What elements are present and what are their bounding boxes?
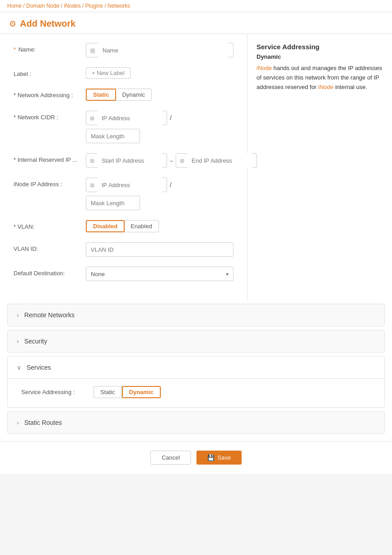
- page-header: ⚙ Add Network: [0, 12, 392, 34]
- service-addressing-row: Service Addressing : Static Dynamic: [21, 386, 371, 398]
- start-ip-icon: ▦: [90, 158, 94, 164]
- services-title: Services: [27, 364, 51, 371]
- accordion-remote-networks: › Remote Networks: [7, 304, 385, 326]
- remote-networks-chevron-icon: ›: [17, 311, 19, 319]
- accordion-services: ∨ Services Service Addressing : Static D…: [7, 356, 385, 408]
- vlan-toggle-group: Disabled Enabled: [86, 220, 233, 232]
- accordion-remote-networks-header[interactable]: › Remote Networks: [8, 304, 384, 326]
- network-addressing-row: * Network Addressing : Static Dynamic: [14, 89, 233, 101]
- inode-cidr-row: ▦ /: [86, 178, 233, 192]
- end-ip-wrap: ▦: [176, 153, 257, 168]
- inode-mask-input[interactable]: [86, 196, 140, 210]
- internal-reserved-control: ▦ – ▦: [86, 153, 257, 168]
- info-description: iNode hands out and manages the IP addre…: [257, 64, 383, 92]
- internal-reserved-label: * Internal Reserved IP ...: [14, 153, 86, 163]
- info-panel: Service Addressing Dynamic iNode hands o…: [247, 34, 392, 300]
- name-label: * Name:: [14, 43, 86, 53]
- services-body: Service Addressing : Static Dynamic: [8, 378, 384, 407]
- network-cidr-ip-input[interactable]: [97, 111, 163, 125]
- service-static-btn[interactable]: Static: [93, 386, 122, 398]
- cancel-button[interactable]: Cancel: [150, 451, 191, 465]
- breadcrumb: Home / Domain Node / iNodes / Plugins / …: [0, 0, 392, 12]
- sections-area: › Remote Networks › Security ∨ Services …: [0, 304, 392, 434]
- accordion-security-header[interactable]: › Security: [8, 330, 384, 352]
- accordion-security: › Security: [7, 330, 385, 353]
- default-dest-row: Default Destination: None ▾: [14, 267, 233, 281]
- network-cidr-row: * Network CIDR : ▦ /: [14, 111, 233, 143]
- info-inode1: iNode: [257, 65, 272, 71]
- info-text2: internal use.: [335, 84, 367, 90]
- cidr-slash: /: [170, 114, 172, 122]
- default-dest-control: None ▾: [86, 267, 233, 281]
- vlan-control: Disabled Enabled: [86, 220, 233, 232]
- service-dynamic-btn[interactable]: Dynamic: [122, 386, 161, 398]
- reserved-row: ▦ – ▦: [86, 153, 257, 168]
- vlan-id-row: VLAN ID:: [14, 242, 233, 257]
- default-dest-label: Default Destination:: [14, 267, 86, 277]
- vlan-id-input[interactable]: [86, 242, 233, 257]
- end-ip-icon: ▦: [180, 158, 184, 164]
- reserved-dash: –: [170, 157, 173, 164]
- internal-reserved-row: * Internal Reserved IP ... ▦ – ▦: [14, 153, 233, 168]
- network-addressing-dynamic-btn[interactable]: Dynamic: [116, 89, 152, 101]
- network-cidr-control: ▦ /: [86, 111, 233, 143]
- services-chevron-icon: ∨: [17, 364, 21, 371]
- service-addressing-label: Service Addressing :: [21, 389, 93, 395]
- remote-networks-title: Remote Networks: [24, 311, 75, 319]
- inode-ip-icon: ▦: [90, 182, 94, 188]
- vlan-disabled-btn[interactable]: Disabled: [86, 220, 125, 232]
- end-ip-input[interactable]: [187, 153, 253, 168]
- name-input-wrapper: ▦: [86, 43, 233, 57]
- network-addressing-toggle: Static Dynamic: [86, 89, 233, 101]
- vlan-label: * VLAN:: [14, 220, 86, 230]
- new-label-button[interactable]: + New Label: [86, 67, 131, 79]
- info-subtitle: Dynamic: [257, 53, 383, 60]
- inode-mask-row: [86, 192, 233, 210]
- start-ip-input[interactable]: [97, 153, 163, 168]
- form-panel: * Name: ▦ Label : + New Label: [0, 34, 247, 300]
- main-content: * Name: ▦ Label : + New Label: [0, 34, 392, 300]
- name-input[interactable]: [98, 43, 229, 57]
- inode-ip-row: iNode IP Address : ▦ /: [14, 178, 233, 210]
- vlan-id-control: [86, 242, 233, 257]
- label-control: + New Label: [86, 67, 233, 79]
- static-routes-chevron-icon: ›: [17, 419, 19, 426]
- label-label: Label :: [14, 67, 86, 77]
- service-addressing-toggle: Static Dynamic: [93, 386, 160, 398]
- name-icon: ▦: [90, 47, 95, 54]
- label-row: Label : + New Label: [14, 67, 233, 79]
- default-dest-select[interactable]: None: [86, 267, 233, 281]
- inode-cidr-slash: /: [170, 181, 172, 188]
- name-row: * Name: ▦: [14, 43, 233, 57]
- mask-length-input[interactable]: [86, 129, 140, 143]
- vlan-id-label: VLAN ID:: [14, 242, 86, 252]
- inode-ip-wrap: ▦: [86, 178, 167, 192]
- start-ip-wrap: ▦: [86, 153, 167, 168]
- cidr-row: ▦ /: [86, 111, 233, 125]
- inode-ip-input[interactable]: [97, 178, 163, 192]
- breadcrumb-text: Home / Domain Node / iNodes / Plugins / …: [7, 3, 130, 9]
- network-addressing-static-btn[interactable]: Static: [86, 89, 116, 101]
- save-icon: 💾: [207, 454, 215, 461]
- network-addressing-control: Static Dynamic: [86, 89, 233, 101]
- save-label: Save: [217, 454, 231, 461]
- name-control: ▦: [86, 43, 233, 57]
- accordion-static-routes-header[interactable]: › Static Routes: [8, 412, 384, 433]
- footer-bar: Cancel 💾 Save: [0, 441, 392, 474]
- inode-ip-control: ▦ /: [86, 178, 233, 210]
- info-title: Service Addressing: [257, 43, 383, 51]
- vlan-enabled-btn[interactable]: Enabled: [124, 220, 159, 232]
- accordion-static-routes: › Static Routes: [7, 411, 385, 434]
- save-button[interactable]: 💾 Save: [196, 451, 242, 465]
- network-addressing-label: * Network Addressing :: [14, 89, 86, 99]
- static-routes-title: Static Routes: [24, 419, 62, 426]
- network-cidr-label: * Network CIDR :: [14, 111, 86, 121]
- info-inode2: iNode: [318, 84, 334, 90]
- accordion-services-header[interactable]: ∨ Services: [8, 357, 384, 378]
- required-star: *: [14, 46, 16, 53]
- page-title: Add Network: [20, 19, 75, 29]
- mask-length-row: [86, 125, 233, 143]
- security-title: Security: [24, 338, 47, 345]
- ip-input-wrap: ▦: [86, 111, 167, 125]
- default-dest-select-wrap: None ▾: [86, 267, 233, 281]
